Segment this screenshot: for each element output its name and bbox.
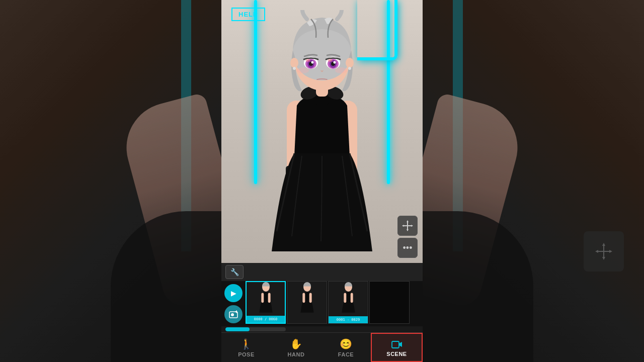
- bottom-panel: 🔧 ▶: [221, 263, 423, 362]
- frame-thumb-4[interactable]: [369, 281, 410, 324]
- svg-marker-5: [609, 250, 612, 253]
- scene-icon: [391, 338, 403, 349]
- svg-marker-38: [411, 225, 413, 227]
- more-dots-icon: •••: [403, 243, 413, 253]
- bg-right-dress: [423, 211, 533, 362]
- svg-rect-53: [350, 293, 353, 303]
- character-area: [221, 0, 423, 263]
- frame-1-image: [247, 282, 285, 315]
- tab-face[interactable]: 😊 FACE: [321, 333, 371, 362]
- wrench-button[interactable]: 🔧: [225, 265, 244, 279]
- hand-label: HAND: [288, 351, 305, 357]
- tab-pose[interactable]: 🚶 POSE: [221, 333, 271, 362]
- progress-row: [221, 326, 423, 332]
- svg-rect-48: [302, 293, 305, 303]
- hand-icon: ✋: [290, 338, 303, 350]
- pose-icon: 🚶: [240, 338, 253, 350]
- move-button[interactable]: [397, 216, 418, 236]
- svg-rect-52: [344, 293, 346, 303]
- character-viewport: HELP: [221, 0, 423, 263]
- tab-hand[interactable]: ✋ HAND: [271, 333, 321, 362]
- svg-point-18: [348, 67, 351, 70]
- svg-marker-36: [407, 229, 409, 231]
- progress-bar-bg: [225, 327, 286, 331]
- bg-left-dress: [111, 211, 221, 362]
- frame-4-image: [370, 282, 409, 315]
- svg-marker-55: [399, 342, 402, 347]
- svg-point-32: [335, 67, 347, 73]
- svg-point-31: [297, 67, 309, 73]
- frame-thumb-1[interactable]: 0000 / 0060: [246, 281, 286, 324]
- toolbar-row: 🔧: [221, 263, 423, 281]
- svg-point-41: [231, 313, 234, 316]
- frame-3-label: 0001 - 0029: [329, 316, 368, 323]
- move-controls: •••: [397, 216, 418, 258]
- frames-container: 0000 / 0060: [246, 281, 423, 326]
- svg-point-16: [346, 58, 354, 68]
- bg-move-control: [584, 231, 624, 272]
- face-icon: 😊: [340, 338, 353, 350]
- svg-rect-54: [392, 341, 399, 348]
- frame-thumb-2[interactable]: [287, 281, 327, 324]
- frame-thumb-3[interactable]: 0001 - 0029: [328, 281, 368, 324]
- svg-marker-40: [235, 310, 237, 313]
- svg-point-23: [311, 61, 314, 64]
- svg-marker-3: [602, 257, 605, 260]
- nav-tabs: 🚶 POSE ✋ HAND 😊 FACE SCENE: [221, 332, 423, 362]
- bg-left-panel: [0, 0, 221, 362]
- svg-rect-45: [268, 293, 270, 303]
- svg-marker-37: [402, 225, 404, 227]
- camera-icon: [229, 310, 238, 319]
- svg-point-30: [328, 59, 333, 62]
- record-button[interactable]: [224, 305, 243, 323]
- play-button[interactable]: ▶: [224, 284, 243, 302]
- svg-rect-44: [261, 293, 264, 303]
- tab-scene[interactable]: SCENE: [371, 333, 423, 362]
- svg-marker-2: [602, 243, 605, 246]
- help-button[interactable]: HELP: [231, 8, 265, 21]
- progress-bar-fill: [225, 327, 250, 331]
- timeline-strip: ▶: [221, 281, 423, 326]
- svg-point-15: [290, 58, 298, 68]
- frame-2-image: [287, 282, 327, 315]
- main-panel: HELP: [221, 0, 423, 362]
- svg-marker-35: [407, 220, 409, 222]
- svg-point-24: [305, 59, 310, 62]
- face-label: FACE: [338, 351, 354, 357]
- frame-3-image: [329, 282, 368, 315]
- svg-point-29: [334, 61, 336, 64]
- play-icon: ▶: [231, 289, 236, 297]
- more-options-button[interactable]: •••: [397, 238, 418, 258]
- svg-rect-49: [309, 293, 311, 303]
- pose-label: POSE: [238, 351, 255, 357]
- frame-1-label: 0000 / 0060: [247, 316, 285, 323]
- svg-point-17: [293, 67, 296, 70]
- scene-label: SCENE: [386, 351, 407, 357]
- wrench-icon: 🔧: [230, 268, 239, 276]
- svg-marker-4: [595, 250, 598, 253]
- timeline-controls: ▶: [221, 281, 246, 326]
- bg-right-panel: [423, 0, 644, 362]
